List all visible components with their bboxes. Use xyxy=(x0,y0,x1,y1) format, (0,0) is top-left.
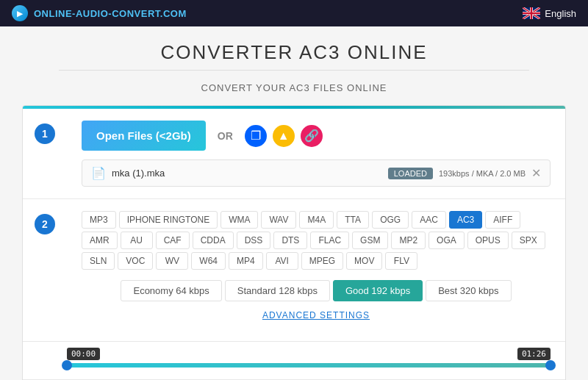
format-btn-gsm[interactable]: GSM xyxy=(352,232,388,249)
step2-number: 2 xyxy=(23,199,67,249)
format-btn-sln[interactable]: SLN xyxy=(82,252,115,270)
format-btn-wav[interactable]: WAV xyxy=(261,211,296,229)
time-end: 01:26 xyxy=(517,348,551,360)
page-content: CONVERTER AC3 ONLINE CONVERT YOUR AC3 FI… xyxy=(0,26,588,380)
language-selector[interactable]: English xyxy=(523,7,576,19)
format-btn-dss[interactable]: DSS xyxy=(237,232,271,249)
file-remove-button[interactable]: ✕ xyxy=(531,166,541,180)
loaded-badge: LOADED xyxy=(388,168,433,179)
format-btn-tta[interactable]: TTA xyxy=(337,211,369,229)
format-btn-au[interactable]: AU xyxy=(121,232,153,249)
format-btn-mov[interactable]: MOV xyxy=(346,252,382,270)
title-divider xyxy=(59,70,529,71)
format-btn-wma[interactable]: WMA xyxy=(220,211,258,229)
page-subtitle: CONVERT YOUR AC3 FILES ONLINE xyxy=(15,82,573,93)
timeline-times: 00:00 01:26 xyxy=(67,348,551,360)
format-btn-m4a[interactable]: M4A xyxy=(299,211,334,229)
format-btn-flv[interactable]: FLV xyxy=(385,252,417,270)
format-btn-avi[interactable]: AVI xyxy=(266,252,298,270)
format-btn-amr[interactable]: AMR xyxy=(82,232,118,249)
format-btn-caf[interactable]: CAF xyxy=(156,232,190,249)
step1-upload-row: Open Files (<2Gb) OR ❐ ▲ 🔗 xyxy=(82,121,551,151)
timeline-section: 00:00 01:26 xyxy=(23,342,565,380)
quality-btn-best-320-kbps[interactable]: Best 320 kbps xyxy=(426,280,511,301)
logo-text: ONLINE-AUDIO-CONVERT.COM xyxy=(34,8,187,19)
open-files-button[interactable]: Open Files (<2Gb) xyxy=(82,121,206,151)
step1-section: 1 Open Files (<2Gb) OR ❐ ▲ 🔗 xyxy=(23,109,565,199)
or-label: OR xyxy=(218,130,233,142)
file-info: 193kbps / MKA / 2.0 MB xyxy=(439,169,526,178)
format-btn-mp4[interactable]: MP4 xyxy=(229,252,263,270)
format-grid: MP3IPHONE RINGTONEWMAWAVM4ATTAOGGAACAC3A… xyxy=(82,211,551,270)
format-btn-mpeg[interactable]: MPEG xyxy=(301,252,343,270)
quality-btn-good-192-kbps[interactable]: Good 192 kbps xyxy=(333,280,423,301)
file-row: 📄 mka (1).mka LOADED 193kbps / MKA / 2.0… xyxy=(82,159,551,187)
link-icon[interactable]: 🔗 xyxy=(301,125,323,147)
format-btn-oga[interactable]: OGA xyxy=(429,232,465,249)
step2-badge: 2 xyxy=(35,214,55,234)
step2-content: MP3IPHONE RINGTONEWMAWAVM4ATTAOGGAACAC3A… xyxy=(67,199,565,341)
main-card: 1 Open Files (<2Gb) OR ❐ ▲ 🔗 xyxy=(22,105,566,380)
format-btn-aiff[interactable]: AIFF xyxy=(485,211,520,229)
logo-circle: ▶ xyxy=(12,5,28,21)
step1-badge: 1 xyxy=(35,123,55,144)
quality-row: Economy 64 kbpsStandard 128 kbpsGood 192… xyxy=(82,280,551,301)
format-btn-mp2[interactable]: MP2 xyxy=(391,232,426,249)
timeline-fill xyxy=(67,363,551,368)
format-btn-spx[interactable]: SPX xyxy=(512,232,545,249)
format-btn-wv[interactable]: WV xyxy=(156,252,188,270)
cloud-icons-group: ❐ ▲ 🔗 xyxy=(245,125,323,147)
file-icon: 📄 xyxy=(91,166,106,180)
format-btn-mp3[interactable]: MP3 xyxy=(82,211,116,229)
quality-btn-standard-128-kbps[interactable]: Standard 128 kbps xyxy=(225,280,330,301)
format-btn-ac3[interactable]: AC3 xyxy=(449,211,482,229)
timeline-handle-left[interactable] xyxy=(62,360,72,370)
gdrive-icon[interactable]: ▲ xyxy=(273,125,295,147)
dropbox-icon[interactable]: ❐ xyxy=(245,125,267,147)
format-btn-cdda[interactable]: CDDA xyxy=(193,232,234,249)
format-btn-voc[interactable]: VOC xyxy=(118,252,153,270)
file-name: mka (1).mka xyxy=(112,168,388,179)
timeline-handle-right[interactable] xyxy=(545,360,556,370)
format-btn-w64[interactable]: W64 xyxy=(191,252,226,270)
format-btn-opus[interactable]: OPUS xyxy=(467,232,509,249)
language-label: English xyxy=(545,8,576,19)
quality-btn-economy-64-kbps[interactable]: Economy 64 kbps xyxy=(121,280,221,301)
advanced-settings-link[interactable]: ADVANCED SETTINGS xyxy=(82,310,551,320)
timeline-track[interactable] xyxy=(67,363,551,368)
format-btn-aac[interactable]: AAC xyxy=(412,211,446,229)
format-btn-dts[interactable]: DTS xyxy=(273,232,307,249)
format-btn-flac[interactable]: FLAC xyxy=(310,232,349,249)
flag-icon xyxy=(523,7,540,19)
step2-section: 2 MP3IPHONE RINGTONEWMAWAVM4ATTAOGGAACAC… xyxy=(23,199,565,342)
page-title: CONVERTER AC3 ONLINE xyxy=(15,41,573,64)
format-btn-ogg[interactable]: OGG xyxy=(372,211,409,229)
step1-content: Open Files (<2Gb) OR ❐ ▲ 🔗 xyxy=(67,109,565,198)
logo[interactable]: ▶ ONLINE-AUDIO-CONVERT.COM xyxy=(12,5,187,21)
time-start: 00:00 xyxy=(67,348,100,360)
format-btn-iphone-ringtone[interactable]: IPHONE RINGTONE xyxy=(119,211,218,229)
header: ▶ ONLINE-AUDIO-CONVERT.COM English xyxy=(0,0,588,26)
step1-number: 1 xyxy=(23,109,67,159)
